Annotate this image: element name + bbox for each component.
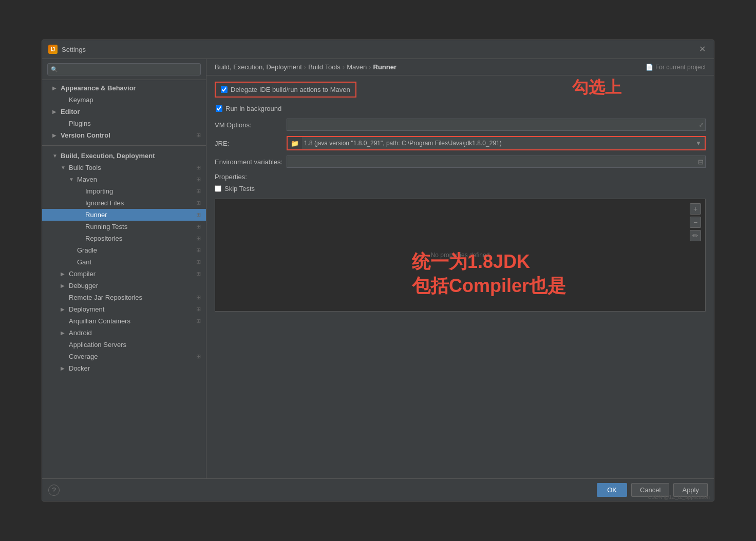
copy-icon: ⊞ <box>196 200 201 206</box>
sidebar-item-build-tools[interactable]: ▼ Build Tools ⊞ <box>42 162 206 173</box>
sidebar-item-gradle[interactable]: Gradle ⊞ <box>42 244 206 256</box>
skip-tests-checkbox[interactable] <box>215 185 221 192</box>
copy-icon: ⊞ <box>196 223 201 230</box>
app-icon: IJ <box>48 45 58 54</box>
sidebar-item-remote-jar-repos[interactable]: Remote Jar Repositories ⊞ <box>42 292 206 303</box>
arrow-icon: ▼ <box>52 153 61 159</box>
for-project: 📄 For current project <box>646 64 706 71</box>
main-content: Build, Execution, Deployment › Build Too… <box>206 59 714 478</box>
sidebar-item-importing[interactable]: Importing ⊞ <box>42 185 206 197</box>
jre-wrapper: 📁 1.8 (java version "1.8.0_291", path: C… <box>287 136 706 150</box>
ok-button[interactable]: OK <box>597 483 627 497</box>
jre-label: JRE: <box>215 140 287 147</box>
help-button[interactable]: ? <box>48 485 60 496</box>
sidebar: 🔍 ▶ Appearance & Behavior Keymap ▶ Edito… <box>42 59 206 478</box>
sidebar-item-arquillian[interactable]: Arquillian Containers ⊞ <box>42 315 206 327</box>
copy-icon: ⊞ <box>196 353 201 360</box>
breadcrumb-item-3: Maven <box>347 63 367 71</box>
sidebar-item-deployment[interactable]: ▶ Deployment ⊞ <box>42 303 206 315</box>
sidebar-item-build-exec-deploy[interactable]: ▼ Build, Execution, Deployment <box>42 150 206 162</box>
copy-icon: ⊞ <box>196 259 201 265</box>
sidebar-item-label: Gant <box>77 258 194 266</box>
sidebar-item-docker[interactable]: ▶ Docker <box>42 362 206 374</box>
properties-area: No properties defined + − ✏ <box>215 199 706 312</box>
sidebar-item-app-servers[interactable]: Application Servers <box>42 339 206 351</box>
sidebar-item-label: Running Tests <box>85 223 194 230</box>
env-expand-icon: ⊟ <box>698 158 704 166</box>
no-properties-text: No properties defined <box>431 252 490 259</box>
breadcrumb-item-2: Build Tools <box>308 63 341 71</box>
skip-tests-row: Skip Tests <box>215 185 706 192</box>
sidebar-item-label: Build Tools <box>69 164 194 171</box>
run-background-label: Run in background <box>225 105 281 112</box>
sidebar-item-running-tests[interactable]: Running Tests ⊞ <box>42 221 206 233</box>
env-input[interactable] <box>287 156 706 168</box>
sidebar-item-label: Plugins <box>69 120 201 127</box>
sidebar-item-debugger[interactable]: ▶ Debugger <box>42 280 206 292</box>
search-input[interactable] <box>47 63 201 75</box>
arrow-icon: ▼ <box>69 177 77 182</box>
edit-property-button[interactable]: ✏ <box>690 230 701 241</box>
sidebar-item-gant[interactable]: Gant ⊞ <box>42 256 206 268</box>
breadcrumb-item-1: Build, Execution, Deployment <box>215 63 302 71</box>
vm-options-label: VM Options: <box>215 121 287 129</box>
arrow-icon: ▶ <box>61 283 69 288</box>
vm-options-row: VM Options: ⤢ <box>215 119 706 131</box>
arrow-icon: ▶ <box>52 85 61 91</box>
properties-actions: + − ✏ <box>690 203 701 241</box>
sidebar-item-label: Gradle <box>77 246 194 254</box>
remove-property-button[interactable]: − <box>690 217 701 228</box>
jre-folder-icon: 📁 <box>291 140 299 147</box>
copy-icon: ⊞ <box>196 318 201 324</box>
breadcrumb: Build, Execution, Deployment › Build Too… <box>215 63 396 71</box>
content-area: Delegate IDE build/run actions to Maven … <box>206 75 714 478</box>
search-wrapper: 🔍 <box>47 63 201 75</box>
add-property-button[interactable]: + <box>690 203 701 215</box>
dialog-body: 🔍 ▶ Appearance & Behavior Keymap ▶ Edito… <box>42 59 714 478</box>
sidebar-item-android[interactable]: ▶ Android <box>42 327 206 339</box>
copy-icon: ⊞ <box>196 306 201 313</box>
vm-options-input[interactable] <box>287 119 706 131</box>
sidebar-item-label: Appearance & Behavior <box>61 84 201 92</box>
arrow-icon: ▶ <box>61 330 69 336</box>
breadcrumb-bar: Build, Execution, Deployment › Build Too… <box>206 59 714 75</box>
sidebar-item-label: Deployment <box>69 305 194 313</box>
sidebar-item-label: Arquillian Containers <box>69 317 194 325</box>
sidebar-item-compiler[interactable]: ▶ Compiler ⊞ <box>42 268 206 280</box>
sidebar-item-ignored-files[interactable]: Ignored Files ⊞ <box>42 197 206 209</box>
skip-tests-label: Skip Tests <box>224 185 255 192</box>
delegate-checkbox-wrapper: Delegate IDE build/run actions to Maven <box>215 82 356 98</box>
close-button[interactable]: ✕ <box>697 44 708 54</box>
copy-icon: ⊞ <box>196 294 201 301</box>
copy-icon: ⊞ <box>196 211 201 218</box>
sidebar-item-label: Keymap <box>69 96 201 104</box>
delegate-label[interactable]: Delegate IDE build/run actions to Maven <box>231 86 350 93</box>
dialog-title: Settings <box>62 46 86 53</box>
delegate-checkbox[interactable] <box>221 86 228 93</box>
sidebar-item-maven[interactable]: ▼ Maven ⊞ <box>42 173 206 185</box>
run-background-checkbox[interactable] <box>216 105 222 112</box>
sidebar-item-editor[interactable]: ▶ Editor <box>42 106 206 118</box>
sidebar-item-label: Ignored Files <box>85 199 194 207</box>
sidebar-item-version-control[interactable]: ▶ Version Control ⊞ <box>42 129 206 141</box>
properties-label: Properties: <box>215 173 706 181</box>
sidebar-item-appearance[interactable]: ▶ Appearance & Behavior <box>42 82 206 94</box>
arrow-icon: ▶ <box>61 365 69 371</box>
breadcrumb-item-4: Runner <box>373 63 397 71</box>
sidebar-item-label: Application Servers <box>69 341 201 349</box>
env-label: Environment variables: <box>215 158 287 166</box>
sidebar-item-runner[interactable]: Runner ⊞ <box>42 209 206 221</box>
sidebar-item-label: Remote Jar Repositories <box>69 294 194 301</box>
sidebar-item-plugins[interactable]: Plugins <box>42 118 206 129</box>
sidebar-item-label: Maven <box>77 176 194 183</box>
jre-dropdown[interactable]: 1.8 (java version "1.8.0_291", path: C:\… <box>302 137 705 149</box>
copy-icon: ⊞ <box>196 270 201 277</box>
copy-icon: ⊞ <box>196 164 201 171</box>
run-background-row: Run in background <box>215 105 706 112</box>
copy-icon: ⊞ <box>196 176 201 183</box>
sidebar-item-keymap[interactable]: Keymap <box>42 94 206 106</box>
sidebar-item-coverage[interactable]: Coverage ⊞ <box>42 351 206 362</box>
footer-left: ? <box>48 485 60 496</box>
sidebar-item-repositories[interactable]: Repositories ⊞ <box>42 233 206 244</box>
dialog-footer: ? OK Cancel Apply <box>42 478 714 501</box>
